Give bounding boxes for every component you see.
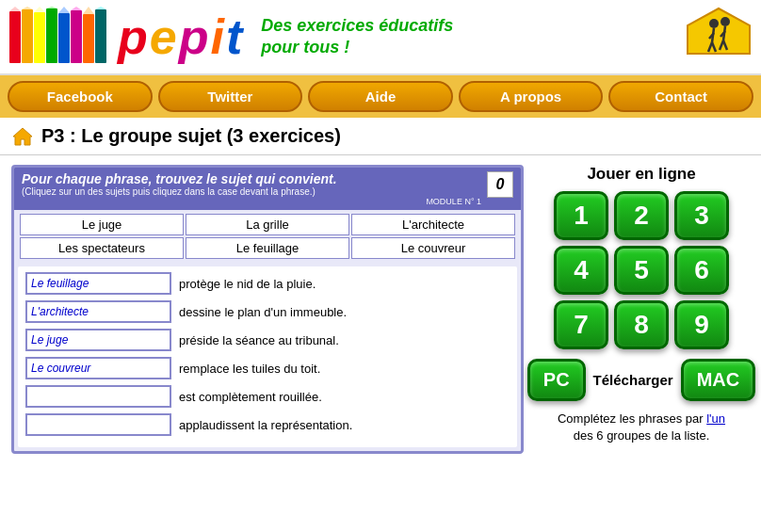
answer-box-4[interactable]: Le couvreur [25,357,171,379]
word-bank: Le juge La grille L'architecte Les spect… [14,210,521,263]
mac-download-button[interactable]: MAC [681,359,756,401]
answer-box-3[interactable]: Le juge [25,329,171,351]
svg-rect-8 [58,13,70,63]
answer-box-6[interactable] [25,413,171,436]
svg-rect-4 [34,12,45,63]
school-sign-icon [686,7,752,68]
num-btn-8[interactable]: 8 [614,300,669,349]
answer-box-2[interactable]: L'architecte [25,300,171,323]
exercise-subtitle: (Cliquez sur un des sujets puis cliquez … [22,186,481,197]
home-icon [11,126,34,147]
nav-twitter[interactable]: Twitter [158,81,303,112]
num-btn-2[interactable]: 2 [614,191,669,240]
word-cell[interactable]: L'architecte [351,214,515,235]
answer-box-1[interactable]: Le feuillage [25,272,171,295]
sentence-row: L'architecte dessine le plan d'un immeub… [25,300,510,323]
description-link[interactable]: l'un [706,411,725,426]
tagline-line1: Des exercices éducatifs [261,15,453,37]
nav-aide[interactable]: Aide [308,81,453,112]
svg-rect-12 [83,14,94,63]
num-btn-5[interactable]: 5 [614,246,669,295]
logo-letter-i: i [210,9,225,64]
svg-marker-9 [58,7,70,13]
sentence-text-5: est complètement rouillée. [179,390,322,404]
header: pepit Des exercices éducatifs pour tous … [0,0,761,75]
exercise-counter: 0 [487,171,513,198]
main-content: Pour chaque phrase, trouvez le sujet qui… [0,155,761,463]
svg-marker-11 [71,7,82,10]
svg-marker-13 [83,7,94,14]
exercise-module: MODULE N° 1 [22,197,481,206]
svg-rect-0 [9,11,21,63]
sentence-row: Le couvreur remplace les tuiles du toit. [25,357,510,379]
word-cell[interactable]: Le feuillage [186,237,349,259]
sentences-area: Le feuillage protège le nid de la pluie.… [18,266,517,447]
download-label: Télécharger [593,372,673,388]
num-btn-6[interactable]: 6 [674,246,729,295]
svg-point-22 [721,17,730,26]
svg-marker-16 [688,8,750,54]
play-online-title: Jouer en ligne [587,165,695,184]
tagline-line2: pour tous ! [261,37,453,58]
svg-marker-15 [95,7,106,9]
word-cell[interactable]: Le couvreur [351,237,515,259]
word-cell[interactable]: Les spectateurs [20,237,184,259]
svg-rect-10 [71,10,82,63]
num-btn-1[interactable]: 1 [554,191,608,240]
svg-marker-27 [13,128,32,145]
nav-contact[interactable]: Contact [608,81,753,112]
logo-letter-e: e [150,9,179,64]
description-text: Complétez les phrases par l'un des 6 gro… [558,411,725,444]
pencils-decoration [9,7,108,68]
site-logo: pepit [118,8,244,65]
sentence-row: Le feuillage protège le nid de la pluie. [25,272,510,295]
svg-rect-14 [95,9,106,63]
svg-rect-2 [22,9,33,63]
sentence-row: applaudissent la représentation. [25,413,510,436]
sentence-row: est complètement rouillée. [25,385,510,408]
svg-marker-3 [22,7,33,9]
svg-point-17 [709,19,719,28]
sentence-text-6: applaudissent la représentation. [179,418,352,432]
exercise-header: Pour chaque phrase, trouvez le sujet qui… [14,168,521,210]
svg-rect-6 [46,8,57,63]
tagline: Des exercices éducatifs pour tous ! [261,15,453,59]
num-btn-4[interactable]: 4 [554,246,608,295]
word-cell[interactable]: La grille [186,214,349,235]
sentence-text-1: protège le nid de la pluie. [179,277,316,291]
download-row: PC Télécharger MAC [527,359,755,401]
page-title: P3 : Le groupe sujet (3 exercices) [41,125,341,147]
num-btn-3[interactable]: 3 [674,191,729,240]
sentence-text-2: dessine le plan d'un immeuble. [179,305,347,319]
nav-facebook[interactable]: Facebook [8,81,153,112]
sentence-row: Le juge préside la séance au tribunal. [25,329,510,351]
exercise-panel: Pour chaque phrase, trouvez le sujet qui… [11,165,524,454]
sentence-text-3: préside la séance au tribunal. [179,333,339,347]
pc-download-button[interactable]: PC [527,359,586,401]
number-grid: 1 2 3 4 5 6 7 8 9 [554,191,729,349]
navigation: Facebook Twitter Aide A propos Contact [0,75,761,118]
num-btn-9[interactable]: 9 [674,300,729,349]
logo-letter-t: t [226,9,244,64]
answer-box-5[interactable] [25,385,171,408]
svg-marker-1 [9,7,21,11]
breadcrumb: P3 : Le groupe sujet (3 exercices) [0,118,761,155]
num-btn-7[interactable]: 7 [554,300,608,349]
svg-marker-5 [34,7,45,12]
svg-marker-7 [46,7,57,8]
word-cell[interactable]: Le juge [20,214,184,235]
nav-apropos[interactable]: A propos [459,81,604,112]
logo-letter-p: p [118,9,150,64]
sentence-text-4: remplace les tuiles du toit. [179,362,320,376]
logo-letter-p2: p [179,9,211,64]
exercise-title: Pour chaque phrase, trouvez le sujet qui… [22,171,481,186]
right-panel: Jouer en ligne 1 2 3 4 5 6 7 8 9 PC Télé… [533,165,750,454]
